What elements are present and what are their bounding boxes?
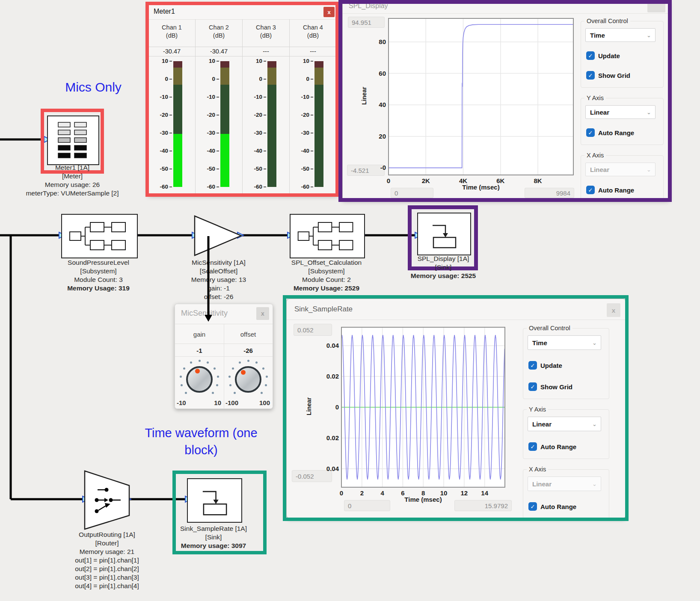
channel-unit: (dB) [290, 32, 336, 40]
meter-tick-mark [264, 61, 266, 62]
block-label-line: out[4] = pin[1].chan[4] [75, 582, 139, 590]
meter-channels: Chan 1(dB)-30.47100-10-20-30-40-50-60Cha… [148, 19, 337, 195]
meter-tick-mark [169, 115, 172, 115]
mics-only-annotation: Mics Only [38, 79, 149, 96]
mic-sensitivity-block[interactable] [194, 215, 243, 257]
meter1-close-button[interactable]: x [323, 7, 335, 17]
meter-tick-mark [217, 79, 219, 80]
meter-tick-mark [217, 61, 219, 62]
meter-tick-label: 10 [196, 58, 215, 64]
spl-display-block-block[interactable] [417, 213, 471, 255]
knob-tick-dot [183, 367, 185, 370]
block-label-line: Sink_SampleRate [1A] [180, 524, 247, 533]
meter-area: 100-10-20-30-40-50-60 [243, 56, 289, 195]
knob-tick-dot [207, 361, 209, 364]
block-label-line: Memory usage: 21 [75, 548, 139, 556]
meter-tick-mark [169, 151, 172, 151]
meter-icon [48, 116, 98, 164]
meter-tick-mark [311, 61, 313, 62]
meter-channel: Chan 4(dB)---100-10-20-30-40-50-60 [290, 19, 336, 195]
knob-tick-dot [228, 376, 231, 378]
row-divider [196, 47, 242, 47]
meter-bar-segment [220, 61, 229, 68]
channel-unit: (dB) [243, 32, 289, 40]
meter-tick-label: -30 [149, 130, 168, 136]
knob-name-offset: offset [224, 325, 273, 343]
knob-name-gain: gain [175, 325, 224, 343]
meter-tick-label: -40 [243, 148, 262, 154]
meter-tick-mark [169, 169, 172, 169]
spl-offset-calculation-label: SPL_Offset_Calculation[Subsystem]Module … [291, 258, 362, 293]
block-label-line: Memory usage: 13 [191, 275, 246, 284]
channel-value: -30.47 [196, 48, 242, 55]
meter-bar-segment [314, 68, 323, 85]
meter-tick-label: -50 [149, 166, 168, 172]
meter-tick-mark [264, 187, 266, 187]
sink-samplerate-block-label: Sink_SampleRate [1A][Sink]Memory usage: … [180, 524, 247, 550]
block-label-line: Memory Usage: 2529 [291, 284, 362, 293]
channel-unit: (dB) [148, 32, 195, 40]
meter-bar-segment [220, 68, 229, 85]
mic-panel-close-button[interactable]: x [256, 307, 269, 320]
meter-tick-mark [217, 187, 219, 187]
meter-tick-label: -10 [291, 94, 309, 100]
row-divider [224, 343, 273, 344]
meter-tick-mark [264, 115, 266, 115]
knob-value-gain: -1 [175, 344, 224, 356]
block-label-line: SPL_Offset_Calculation [291, 258, 362, 267]
meter-tick-mark [311, 79, 313, 80]
meter-tick-mark [169, 187, 172, 187]
meter1-window: Meter1 x Chan 1(dB)-30.47100-10-20-30-40… [148, 4, 337, 195]
block-label-line: MicSensitivity [1A] [191, 258, 246, 267]
knob-indicator-dot [195, 369, 200, 373]
row-divider [290, 47, 336, 47]
channel-header: Chan 1(dB) [148, 24, 195, 40]
meter-tick-mark [169, 61, 172, 62]
row-divider [175, 343, 224, 344]
channel-header: Chan 2(dB) [196, 24, 242, 40]
sound-pressure-level-label: SoundPressureLevel[Subsystem]Module Coun… [67, 258, 130, 293]
meter1-block[interactable] [47, 115, 99, 165]
annotation-line: Mics Only [38, 79, 149, 96]
meter-tick-label: -20 [291, 112, 309, 118]
block-label-line: out[1] = pin[1].chan[1] [75, 556, 139, 565]
output-routing-block[interactable] [84, 470, 130, 530]
knob-tick-dot [216, 384, 218, 386]
annotation-line: Time waveform (one [133, 424, 270, 441]
subsystem-icon [291, 215, 364, 258]
block-label-line: [Router] [75, 539, 139, 548]
meter-bar [314, 61, 323, 187]
sink-samplerate-block-block[interactable] [187, 478, 242, 523]
spl-offset-calculation-block[interactable] [290, 214, 365, 258]
meter-channel: Chan 3(dB)---100-10-20-30-40-50-60 [243, 19, 290, 195]
sound-pressure-level-block[interactable] [61, 214, 138, 258]
meter-area: 100-10-20-30-40-50-60 [290, 56, 336, 195]
channel-unit: (dB) [196, 32, 242, 40]
meter-tick-label: 0 [196, 76, 215, 82]
meter-tick-mark [169, 79, 172, 80]
knob-tick-dot [247, 360, 249, 362]
channel-name: Chan 3 [243, 24, 289, 32]
block-label-line: Module Count: 3 [67, 275, 130, 284]
meter-tick-label: -40 [196, 148, 215, 154]
meter-tick-label: -30 [291, 130, 309, 136]
block-label-line: out[3] = pin[1].chan[3] [75, 573, 139, 582]
meter-tick-label: -20 [196, 112, 215, 118]
meter-tick-label: -10 [243, 94, 262, 100]
block-label-line: SPL_Display [1A] [411, 255, 476, 263]
meter-tick-label: -50 [291, 166, 309, 172]
meter-tick-mark [311, 151, 313, 151]
knob-tick-dot [265, 384, 267, 386]
meter-tick-label: -10 [149, 94, 168, 100]
meter-channel: Chan 1(dB)-30.47100-10-20-30-40-50-60 [148, 19, 196, 195]
row-divider [175, 356, 224, 357]
knob-tick-dot [239, 361, 241, 364]
output-routing-label: OutputRouting [1A][Router]Memory usage: … [75, 530, 139, 590]
block-label-line: [Subsystem] [67, 267, 130, 275]
meter-tick-label: -20 [243, 112, 262, 118]
meter-bar [267, 61, 276, 187]
block-label-line: Module Count: 2 [291, 275, 362, 284]
knob-tick-dot [255, 361, 258, 364]
meter-tick-label: -60 [149, 184, 168, 190]
knob-offset[interactable] [235, 366, 261, 393]
